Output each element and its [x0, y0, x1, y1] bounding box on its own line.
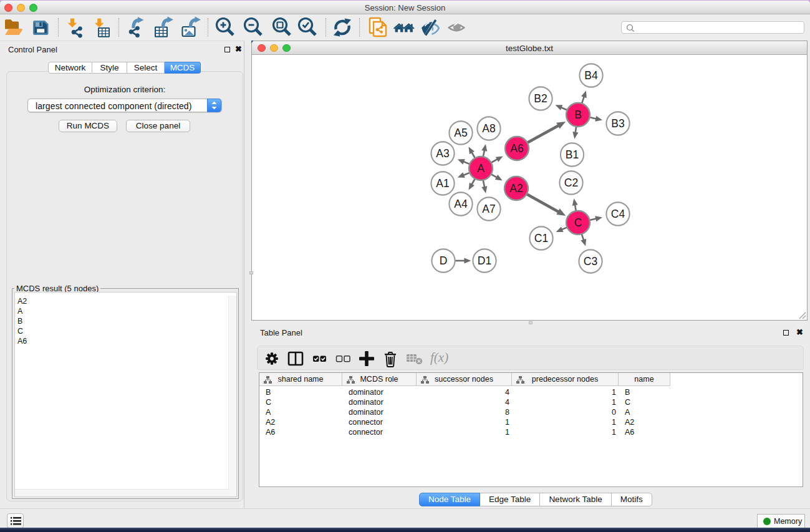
svg-text:A5: A5 — [454, 127, 467, 139]
svg-text:A6: A6 — [510, 142, 523, 155]
svg-text:C2: C2 — [564, 177, 578, 189]
svg-text:B: B — [574, 109, 582, 121]
svg-text:B2: B2 — [534, 92, 547, 105]
svg-text:B1: B1 — [566, 148, 579, 161]
svg-text:D: D — [440, 254, 448, 267]
svg-text:D1: D1 — [478, 254, 491, 267]
svg-text:A4: A4 — [454, 198, 468, 210]
svg-text:C1: C1 — [534, 232, 548, 244]
svg-text:A3: A3 — [436, 147, 449, 160]
svg-text:A8: A8 — [482, 122, 495, 135]
svg-text:C3: C3 — [584, 255, 597, 268]
svg-text:B3: B3 — [611, 117, 624, 130]
svg-text:A7: A7 — [482, 203, 495, 215]
svg-text:A2: A2 — [509, 182, 523, 195]
svg-text:C4: C4 — [611, 208, 625, 220]
svg-text:B4: B4 — [584, 69, 598, 82]
svg-text:C: C — [574, 216, 582, 229]
svg-text:A: A — [477, 162, 485, 175]
svg-text:A1: A1 — [436, 177, 449, 190]
